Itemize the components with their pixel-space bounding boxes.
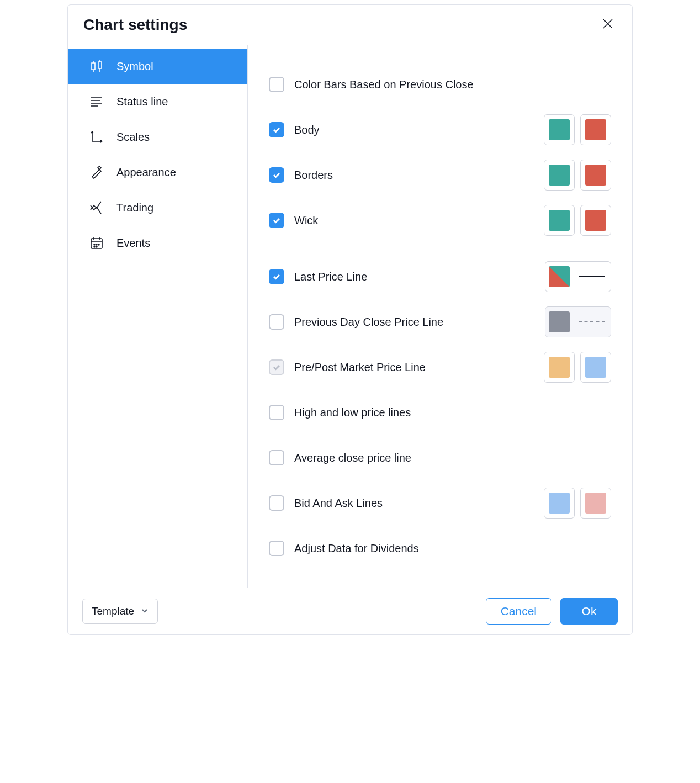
close-icon bbox=[601, 17, 614, 33]
svg-point-3 bbox=[98, 244, 99, 245]
swatch-post-market[interactable] bbox=[580, 352, 611, 383]
row-color-bars-prev-close: Color Bars Based on Previous Close bbox=[269, 62, 611, 107]
template-dropdown[interactable]: Template bbox=[82, 599, 158, 624]
events-icon bbox=[88, 234, 105, 252]
checkbox-high-low-lines[interactable] bbox=[269, 405, 284, 420]
checkbox-avg-close-line[interactable] bbox=[269, 450, 284, 465]
checkbox-wick[interactable] bbox=[269, 213, 284, 228]
svg-point-4 bbox=[94, 246, 95, 247]
scales-icon bbox=[88, 128, 105, 146]
row-last-price-line: Last Price Line bbox=[269, 254, 611, 299]
checkbox-bid-ask-lines[interactable] bbox=[269, 495, 284, 511]
label-prev-day-close: Previous Day Close Price Line bbox=[294, 316, 443, 329]
checkbox-prev-day-close[interactable] bbox=[269, 314, 284, 330]
dashed-line-icon bbox=[579, 321, 605, 322]
row-high-low-lines: High and low price lines bbox=[269, 390, 611, 435]
line-style-prev-day-close[interactable] bbox=[545, 306, 611, 337]
color-swatch bbox=[585, 357, 606, 378]
row-wick: Wick bbox=[269, 198, 611, 243]
swatch-wick-down[interactable] bbox=[580, 205, 611, 236]
sidebar-item-label: Status line bbox=[116, 96, 168, 108]
label-adjust-dividends: Adjust Data for Dividends bbox=[294, 542, 419, 555]
close-button[interactable] bbox=[599, 16, 617, 34]
color-swatch bbox=[549, 210, 570, 231]
sidebar-item-symbol[interactable]: Symbol bbox=[68, 49, 247, 84]
checkbox-body[interactable] bbox=[269, 122, 284, 137]
checkbox-pre-post-market[interactable] bbox=[269, 359, 284, 375]
label-high-low-lines: High and low price lines bbox=[294, 406, 411, 419]
sidebar-item-status-line[interactable]: Status line bbox=[68, 84, 247, 119]
color-swatch bbox=[549, 493, 570, 514]
row-pre-post-market: Pre/Post Market Price Line bbox=[269, 345, 611, 390]
status-line-icon bbox=[88, 93, 105, 110]
sidebar-item-appearance[interactable]: Appearance bbox=[68, 155, 247, 190]
svg-point-5 bbox=[96, 246, 97, 247]
split-color-swatch bbox=[549, 266, 570, 287]
swatch-borders-down[interactable] bbox=[580, 160, 611, 191]
sidebar-item-label: Appearance bbox=[116, 166, 176, 179]
appearance-icon bbox=[88, 163, 105, 181]
color-swatch bbox=[549, 357, 570, 378]
label-last-price-line: Last Price Line bbox=[294, 271, 367, 283]
row-prev-day-close: Previous Day Close Price Line bbox=[269, 299, 611, 345]
swatch-ask[interactable] bbox=[580, 488, 611, 519]
sidebar-item-label: Symbol bbox=[116, 60, 153, 73]
svg-point-2 bbox=[96, 244, 97, 245]
swatch-wick-up[interactable] bbox=[544, 205, 575, 236]
checkbox-borders[interactable] bbox=[269, 167, 284, 183]
chart-settings-dialog: Chart settings Symbol Status line bbox=[67, 4, 633, 635]
color-swatch bbox=[549, 165, 570, 186]
color-swatch bbox=[549, 119, 570, 140]
swatch-borders-up[interactable] bbox=[544, 160, 575, 191]
checkbox-color-bars-prev-close[interactable] bbox=[269, 77, 284, 92]
swatch-bid[interactable] bbox=[544, 488, 575, 519]
label-borders: Borders bbox=[294, 169, 333, 182]
swatch-body-down[interactable] bbox=[580, 114, 611, 145]
checkbox-adjust-dividends[interactable] bbox=[269, 541, 284, 556]
sidebar-item-trading[interactable]: Trading bbox=[68, 190, 247, 225]
dialog-footer: Template Cancel Ok bbox=[68, 588, 632, 634]
checkbox-last-price-line[interactable] bbox=[269, 269, 284, 284]
row-body: Body bbox=[269, 107, 611, 152]
label-avg-close-line: Average close price line bbox=[294, 452, 411, 464]
row-bid-ask-lines: Bid And Ask Lines bbox=[269, 480, 611, 526]
label-body: Body bbox=[294, 124, 320, 136]
sidebar-item-events[interactable]: Events bbox=[68, 225, 247, 261]
swatch-body-up[interactable] bbox=[544, 114, 575, 145]
sidebar-item-label: Scales bbox=[116, 131, 150, 144]
candles-icon bbox=[88, 57, 105, 75]
row-borders: Borders bbox=[269, 152, 611, 198]
label-bid-ask-lines: Bid And Ask Lines bbox=[294, 497, 383, 510]
color-swatch bbox=[549, 311, 570, 332]
sidebar: Symbol Status line Scales Appearance bbox=[68, 45, 248, 588]
dialog-body: Symbol Status line Scales Appearance bbox=[68, 45, 632, 588]
solid-line-icon bbox=[579, 276, 605, 277]
label-color-bars-prev-close: Color Bars Based on Previous Close bbox=[294, 78, 474, 91]
color-swatch bbox=[585, 210, 606, 231]
sidebar-item-scales[interactable]: Scales bbox=[68, 119, 247, 155]
chevron-down-icon bbox=[141, 605, 149, 617]
label-pre-post-market: Pre/Post Market Price Line bbox=[294, 361, 426, 374]
dialog-header: Chart settings bbox=[68, 5, 632, 45]
dialog-title: Chart settings bbox=[83, 16, 187, 34]
color-swatch bbox=[585, 493, 606, 514]
color-swatch bbox=[585, 165, 606, 186]
cancel-button[interactable]: Cancel bbox=[486, 598, 551, 625]
line-style-last-price[interactable] bbox=[545, 261, 611, 292]
template-label: Template bbox=[92, 605, 134, 617]
settings-content: Color Bars Based on Previous Close Body bbox=[248, 45, 632, 588]
row-avg-close-line: Average close price line bbox=[269, 435, 611, 480]
row-adjust-dividends: Adjust Data for Dividends bbox=[269, 526, 611, 571]
label-wick: Wick bbox=[294, 214, 318, 227]
swatch-pre-market[interactable] bbox=[544, 352, 575, 383]
trading-icon bbox=[88, 199, 105, 216]
svg-point-1 bbox=[94, 244, 95, 245]
ok-button[interactable]: Ok bbox=[560, 598, 618, 625]
sidebar-item-label: Trading bbox=[116, 202, 153, 214]
sidebar-item-label: Events bbox=[116, 237, 150, 250]
color-swatch bbox=[585, 119, 606, 140]
